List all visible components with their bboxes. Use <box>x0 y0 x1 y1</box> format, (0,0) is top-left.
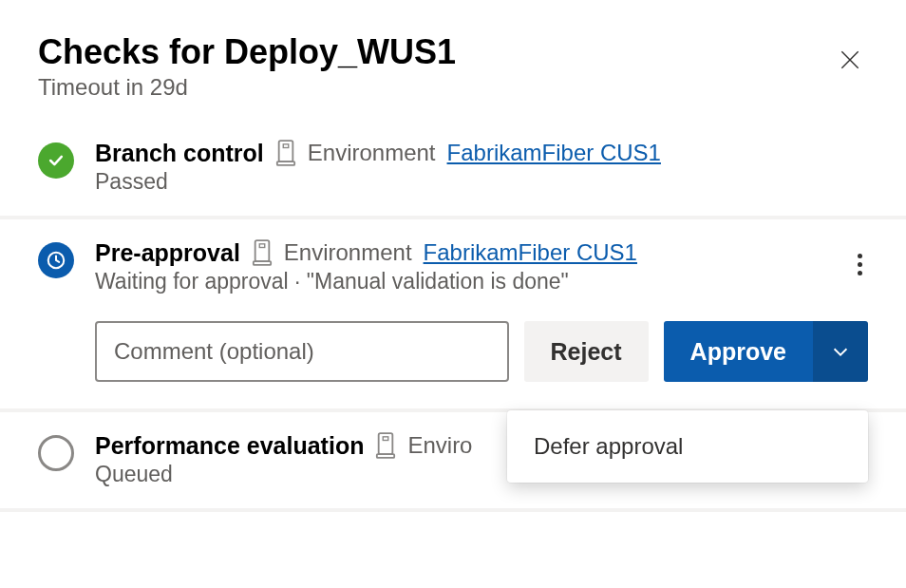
clock-icon <box>46 250 66 271</box>
svg-rect-6 <box>259 244 265 248</box>
close-button[interactable] <box>832 42 868 78</box>
status-passed-icon <box>38 142 74 179</box>
check-title: Performance evaluation <box>95 432 364 460</box>
dots-icon <box>858 254 862 258</box>
timeout-label: Timeout in 29d <box>38 74 456 101</box>
reject-button[interactable]: Reject <box>524 321 649 382</box>
svg-rect-2 <box>283 144 289 148</box>
panel-title: Checks for Deploy_WUS1 <box>38 32 456 72</box>
check-title: Pre-approval <box>95 239 240 267</box>
defer-approval-item[interactable]: Defer approval <box>507 418 868 475</box>
environment-label: Environment <box>308 140 436 166</box>
svg-rect-1 <box>277 161 294 165</box>
svg-rect-5 <box>254 261 271 265</box>
checkmark-icon <box>47 151 66 170</box>
chevron-down-icon <box>830 341 851 362</box>
check-status: Passed <box>95 169 868 195</box>
check-title-row: Branch control Environment FabrikamFiber… <box>95 139 868 167</box>
close-icon <box>838 47 862 72</box>
approve-button[interactable]: Approve <box>664 321 813 382</box>
server-icon <box>275 139 296 167</box>
server-icon <box>252 238 273 267</box>
environment-label: Enviro <box>407 432 472 459</box>
header-text: Checks for Deploy_WUS1 Timeout in 29d <box>38 32 456 101</box>
check-item-branch-control: Branch control Environment FabrikamFiber… <box>0 120 906 219</box>
approval-action-row: Reject Approve <box>95 321 868 382</box>
approve-dropdown-toggle[interactable] <box>813 321 868 382</box>
approve-dropdown-menu: Defer approval <box>507 410 868 483</box>
check-title: Branch control <box>95 140 264 167</box>
environment-label: Environment <box>284 239 412 266</box>
environment-link[interactable]: FabrikamFiber CUS1 <box>424 239 637 266</box>
svg-rect-8 <box>377 454 394 458</box>
check-title-row: Pre-approval Environment FabrikamFiber C… <box>95 238 868 267</box>
svg-rect-9 <box>384 437 389 441</box>
status-queued-icon <box>38 435 74 471</box>
check-body: Pre-approval Environment FabrikamFiber C… <box>95 238 868 382</box>
server-icon <box>375 431 396 460</box>
status-waiting-icon <box>38 242 74 278</box>
check-item-pre-approval: Pre-approval Environment FabrikamFiber C… <box>0 219 906 412</box>
comment-input[interactable] <box>95 321 509 382</box>
panel-header: Checks for Deploy_WUS1 Timeout in 29d <box>0 0 906 120</box>
check-status: Waiting for approval · "Manual validatio… <box>95 269 868 294</box>
environment-link[interactable]: FabrikamFiber CUS1 <box>447 140 661 166</box>
approve-split-button: Approve <box>664 321 868 382</box>
overflow-menu-button[interactable] <box>852 248 868 281</box>
check-body: Branch control Environment FabrikamFiber… <box>95 139 868 195</box>
